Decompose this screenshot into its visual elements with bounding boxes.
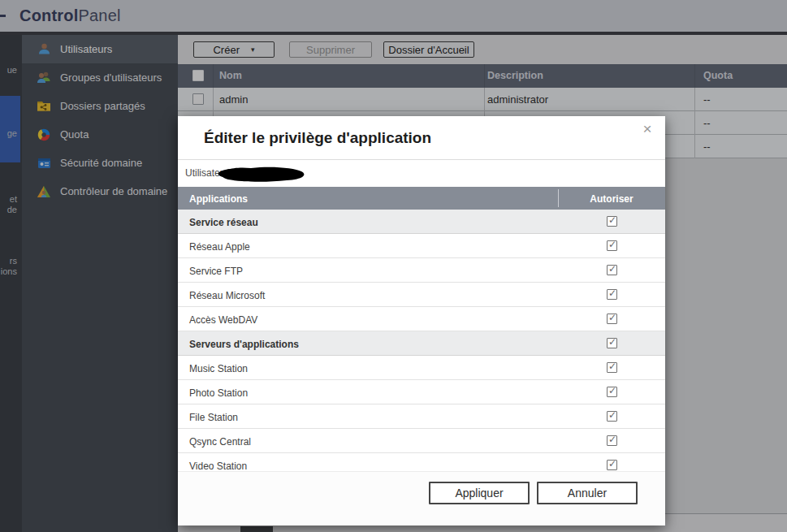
close-icon[interactable]: × bbox=[638, 119, 657, 139]
edit-app-privilege-dialog: Éditer le privilège d'application × Util… bbox=[178, 116, 665, 526]
app-row: File Station bbox=[178, 404, 665, 429]
allow-checkbox[interactable] bbox=[607, 216, 617, 227]
app-row: Réseau Microsoft bbox=[178, 283, 665, 307]
app-group-row: Service réseau bbox=[178, 210, 665, 234]
allow-checkbox[interactable] bbox=[607, 460, 617, 470]
app-label: Service réseau bbox=[189, 217, 258, 228]
allow-checkbox[interactable] bbox=[607, 314, 617, 324]
dialog-title: Éditer le privilège d'application bbox=[204, 129, 431, 147]
app-label: Réseau Microsoft bbox=[189, 290, 265, 301]
dialog-table-header: Applications Autoriser bbox=[178, 187, 665, 210]
user-row: Utilisateur: z bbox=[178, 160, 665, 187]
apply-button-label: Appliquer bbox=[455, 487, 503, 500]
redaction-scribble bbox=[217, 165, 308, 184]
allow-checkbox[interactable] bbox=[607, 338, 617, 348]
cancel-button-label: Annuler bbox=[568, 487, 607, 500]
app-row: Réseau Apple bbox=[178, 234, 665, 258]
dialog-titlebar: Éditer le privilège d'application × bbox=[178, 116, 665, 160]
app-row: Music Station bbox=[178, 356, 665, 380]
column-header-autoriser: Autoriser bbox=[558, 193, 665, 205]
allow-checkbox[interactable] bbox=[607, 362, 617, 373]
app-label: Photo Station bbox=[189, 387, 248, 399]
app-label: Service FTP bbox=[189, 266, 243, 277]
app-row: Qsync Central bbox=[178, 429, 665, 453]
app-row: Service FTP bbox=[178, 258, 665, 283]
cancel-button[interactable]: Annuler bbox=[537, 482, 638, 504]
app-label: File Station bbox=[189, 412, 238, 423]
app-label: Qsync Central bbox=[189, 436, 251, 448]
allow-checkbox[interactable] bbox=[607, 289, 617, 300]
allow-checkbox[interactable] bbox=[607, 435, 617, 446]
app-row: Accès WebDAV bbox=[178, 307, 665, 331]
allow-checkbox[interactable] bbox=[607, 387, 617, 397]
app-group-row: Serveurs d'applications bbox=[178, 331, 665, 356]
app-label: Serveurs d'applications bbox=[189, 339, 299, 350]
apply-button[interactable]: Appliquer bbox=[429, 482, 530, 504]
allow-checkbox[interactable] bbox=[607, 265, 617, 275]
app-row: Photo Station bbox=[178, 380, 665, 404]
app-label: Accès WebDAV bbox=[189, 314, 257, 326]
app-label: Music Station bbox=[189, 363, 248, 374]
allow-checkbox[interactable] bbox=[607, 240, 617, 251]
dialog-footer: Appliquer Annuler bbox=[178, 471, 665, 526]
column-header-applications: Applications bbox=[189, 193, 248, 205]
application-list: Service réseauRéseau AppleService FTPRés… bbox=[178, 210, 665, 471]
allow-checkbox[interactable] bbox=[607, 411, 617, 422]
app-label: Video Station bbox=[189, 461, 247, 471]
app-row: Video Station bbox=[178, 453, 665, 471]
app-label: Réseau Apple bbox=[189, 241, 250, 253]
